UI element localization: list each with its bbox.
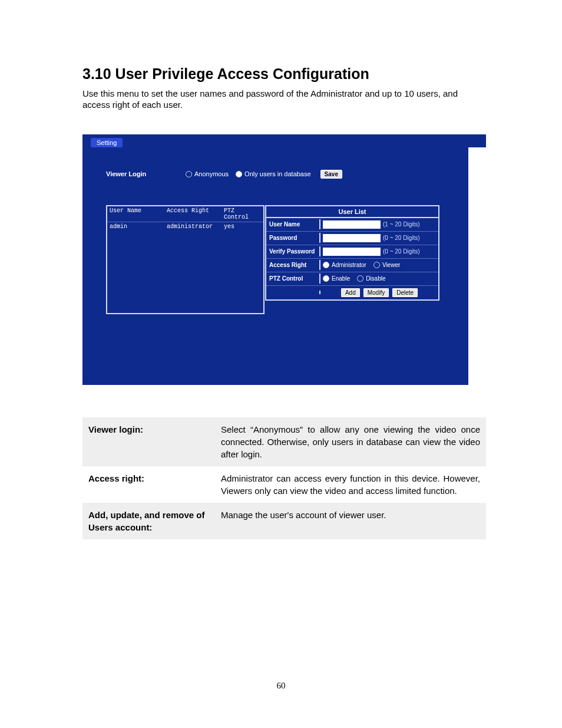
cell-ptz: yes [224, 223, 261, 230]
radio-administrator[interactable]: Administrator [323, 262, 366, 269]
username-input[interactable] [323, 220, 381, 229]
row-buttons: Add Modify Delete [266, 286, 438, 299]
label-verify-password: Verify Password [266, 246, 320, 256]
label-access-right: Access Right [266, 260, 320, 270]
radio-icon [186, 171, 192, 177]
radio-icon [357, 275, 363, 282]
radio-enable[interactable]: Enable [323, 275, 350, 282]
user-list-panel: User List User Name (1 ~ 20 Digits) Pass… [265, 205, 439, 301]
radio-anonymous-label: Anonymous [194, 170, 229, 177]
label-ptz-control: PTZ Control [266, 274, 320, 284]
desc-value: Manage the user's account of viewer user… [215, 503, 486, 539]
viewer-login-row: Viewer Login Anonymous Only users in dat… [106, 170, 462, 179]
radio-disable[interactable]: Disable [357, 275, 385, 282]
row-password: Password (0 ~ 20 Digits) [266, 232, 438, 245]
viewer-login-label: Viewer Login [106, 170, 186, 177]
verify-password-input[interactable] [323, 248, 381, 256]
label-username: User Name [266, 219, 320, 229]
tab-setting[interactable]: Setting [91, 138, 123, 147]
radio-icon [323, 275, 329, 282]
user-table-header: User Name Access Right PTZ Control [107, 206, 263, 222]
radio-icon [373, 262, 380, 268]
radio-anonymous[interactable]: Anonymous [186, 170, 229, 178]
desc-row-access-right: Access right: Administrator can access e… [82, 466, 486, 503]
radio-viewer-label: Viewer [382, 262, 400, 268]
col-username: User Name [110, 207, 167, 220]
desc-value: Select “Anonymous” to allow any one view… [215, 417, 486, 466]
desc-row-viewer-login: Viewer login: Select “Anonymous” to allo… [82, 417, 486, 466]
col-access-right: Access Right [167, 207, 224, 220]
col-ptz-control: PTZ Control [224, 207, 261, 220]
save-button[interactable]: Save [320, 170, 342, 179]
user-table: User Name Access Right PTZ Control admin… [106, 205, 265, 314]
table-row[interactable]: admin administrator yes [107, 222, 263, 313]
hint-verify-password: (0 ~ 20 Digits) [383, 248, 420, 255]
radio-only-db-label: Only users in database [244, 170, 311, 177]
desc-value: Administrator can access every function … [215, 466, 486, 503]
cell-access: administrator [167, 223, 224, 230]
desc-row-add-update-remove: Add, update, and remove of Users account… [82, 503, 486, 539]
delete-button[interactable]: Delete [392, 288, 418, 297]
row-username: User Name (1 ~ 20 Digits) [266, 218, 438, 232]
add-button[interactable]: Add [341, 288, 360, 297]
settings-screenshot: Setting Viewer Login Anonymous Only user… [82, 134, 486, 385]
label-empty [266, 291, 320, 294]
desc-label: Add, update, and remove of Users account… [82, 503, 215, 539]
desc-label: Access right: [82, 466, 215, 503]
radio-disable-label: Disable [366, 275, 385, 282]
row-access-right: Access Right Administrator Viewer [266, 259, 438, 272]
cell-username: admin [110, 223, 167, 230]
radio-icon [236, 171, 242, 177]
desc-label: Viewer login: [82, 417, 215, 466]
radio-viewer[interactable]: Viewer [373, 262, 400, 269]
hint-username: (1 ~ 20 Digits) [383, 221, 420, 228]
radio-enable-label: Enable [332, 275, 350, 282]
section-heading: 3.10 User Privilege Access Configuration [82, 65, 480, 83]
intro-paragraph: Use this menu to set the user names and … [82, 88, 480, 111]
page-number: 60 [82, 681, 480, 691]
radio-admin-label: Administrator [332, 262, 366, 268]
label-password: Password [266, 233, 320, 243]
radio-icon [323, 262, 329, 268]
user-list-title: User List [266, 206, 438, 218]
screenshot-margin [468, 147, 486, 385]
password-input[interactable] [323, 234, 381, 242]
modify-button[interactable]: Modify [363, 288, 389, 297]
description-table: Viewer login: Select “Anonymous” to allo… [82, 417, 486, 539]
row-verify-password: Verify Password (0 ~ 20 Digits) [266, 245, 438, 259]
hint-password: (0 ~ 20 Digits) [383, 235, 420, 241]
radio-only-db[interactable]: Only users in database [236, 170, 311, 178]
row-ptz-control: PTZ Control Enable Disable [266, 272, 438, 286]
